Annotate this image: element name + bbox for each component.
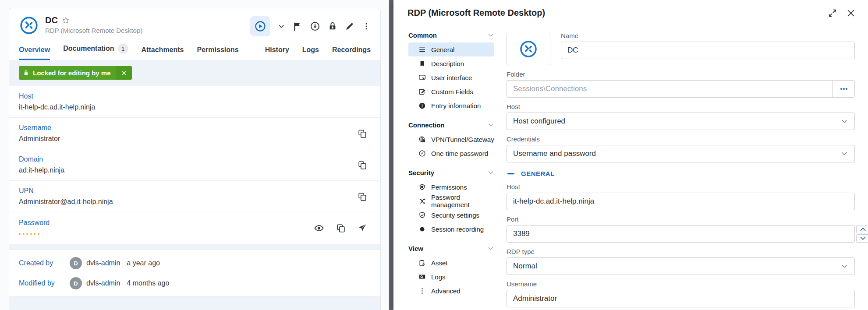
host-mode-select[interactable]: Host configured [507,113,855,130]
nav-item-password-management[interactable]: Password management [408,194,494,208]
lock-banner-label: Locked for editing by me [33,69,111,77]
host-input[interactable] [507,193,855,210]
username-field-label[interactable]: Username [19,124,358,132]
nav-item-vpn-tunnel-gateway[interactable]: VPN/Tunnel/Gateway [408,132,494,146]
password-lock-button[interactable] [328,21,337,31]
modified-by-label[interactable]: Modified by [19,279,65,287]
flag-button[interactable] [292,21,302,32]
tab-attachments[interactable]: Attachments [142,46,184,60]
nav-item-one-time-password[interactable]: One-time password [408,146,494,160]
nav-group-common-header[interactable]: Common [408,29,494,41]
more-button[interactable] [362,22,371,31]
name-label: Name [561,32,855,39]
upn-field-label[interactable]: UPN [19,187,358,195]
nav-group-security-header[interactable]: Security [408,167,494,178]
domain-field-label[interactable]: Domain [19,155,358,163]
copy-domain-button[interactable] [358,160,367,170]
password-management-icon [418,197,426,205]
chevron-down-icon [860,236,866,240]
nav-item-custom-fields[interactable]: Custom Fields [408,85,494,99]
general-section-toggle[interactable]: GENERAL [507,170,855,177]
nav-group-common: Common General Description User interfac… [408,29,494,113]
nav-item-logs[interactable]: Logs [408,270,494,284]
chevron-down-icon [840,262,848,270]
created-by-label[interactable]: Created by [19,259,65,267]
tab-history[interactable]: History [265,46,289,60]
description-icon [418,60,426,67]
check-out-button[interactable] [310,21,320,32]
copy-upn-button[interactable] [358,192,367,201]
chevron-down-icon [487,245,494,252]
close-dialog-button[interactable] [846,8,856,18]
port-input[interactable] [507,225,855,243]
advanced-icon [418,287,426,295]
field-row-upn: UPN Administrator@ad.it-help.ninja [9,181,380,212]
nav-item-permissions[interactable]: Permissions [408,180,494,194]
overview-pane: DC RDP (Microsoft Remote Desktop) [0,0,389,310]
nav-item-advanced[interactable]: Advanced [408,284,494,298]
locked-for-editing-badge: Locked for editing by me [19,66,132,80]
browse-folder-button[interactable] [833,81,854,97]
port-stepper [856,225,868,243]
tab-recordings[interactable]: Recordings [332,46,371,60]
tab-overview[interactable]: Overview [19,46,50,60]
security-settings-icon [418,211,426,219]
reveal-password-button[interactable] [314,223,324,233]
tab-permissions[interactable]: Permissions [197,46,239,60]
nav-item-security-settings[interactable]: Security settings [408,208,494,222]
host-field-label[interactable]: Host [19,92,371,100]
modal-scrim [389,0,393,310]
name-input[interactable] [561,42,855,59]
lock-banner-close-button[interactable] [116,66,132,80]
rdp-type-select[interactable]: Normal [507,257,855,275]
port-decrement-button[interactable] [856,234,868,243]
star-icon[interactable] [61,16,70,25]
username-label: Username [507,280,855,288]
page-title: DC [45,15,58,25]
close-icon [846,8,856,18]
nav-item-entry-information[interactable]: Entry information [408,99,494,113]
tab-documentation[interactable]: Documentation1 [63,43,128,60]
ellipsis-icon [840,88,848,90]
expand-dialog-button[interactable] [828,8,837,18]
nav-group-view-header[interactable]: View [408,243,494,254]
nav-group-view: View Asset Logs Advanced [408,243,494,298]
modified-by-row: Modified by D dvls-admin 4 months ago [9,273,380,293]
domain-field-value: ad.it-help.ninja [19,166,358,174]
logs-icon [418,273,426,281]
user-interface-icon [418,74,426,81]
credentials-select[interactable]: Username and password [507,145,855,162]
play-button[interactable] [250,16,270,36]
username-input[interactable] [507,290,855,307]
nav-item-asset[interactable]: Asset [408,256,494,270]
lock-banner-band: Locked for editing by me [9,60,380,86]
nav-item-description[interactable]: Description [408,56,494,70]
avatar: D [70,277,82,289]
nav-item-user-interface[interactable]: User interface [408,70,494,85]
port-increment-button[interactable] [856,225,868,233]
dialog-title: RDP (Microsoft Remote Desktop) [407,8,828,18]
entry-form: Name Folder [507,28,855,310]
entry-type-icon-box[interactable] [507,33,550,65]
copy-icon [358,192,367,201]
nav-item-general[interactable]: General [408,42,494,56]
port-label: Port [507,215,855,223]
nav-group-connection-header[interactable]: Connection [408,119,494,130]
field-row-password: Password •••••• [9,212,380,244]
play-options-button[interactable] [278,23,285,30]
tab-logs[interactable]: Logs [302,46,319,60]
field-row-domain: Domain ad.it-help.ninja [9,149,380,181]
copy-icon [358,129,367,138]
folder-input[interactable] [507,81,833,97]
copy-username-button[interactable] [358,129,367,138]
password-field-label[interactable]: Password [19,219,314,227]
host-label: Host [507,183,855,190]
send-password-button[interactable] [358,223,367,233]
nav-item-session-recording[interactable]: Session recording [408,222,494,236]
copy-password-button[interactable] [336,223,346,233]
folder-label: Folder [507,70,855,78]
edit-button[interactable] [345,21,354,31]
more-vertical-icon [362,22,371,31]
avatar: D [70,257,82,269]
password-field-value: •••••• [19,231,314,237]
